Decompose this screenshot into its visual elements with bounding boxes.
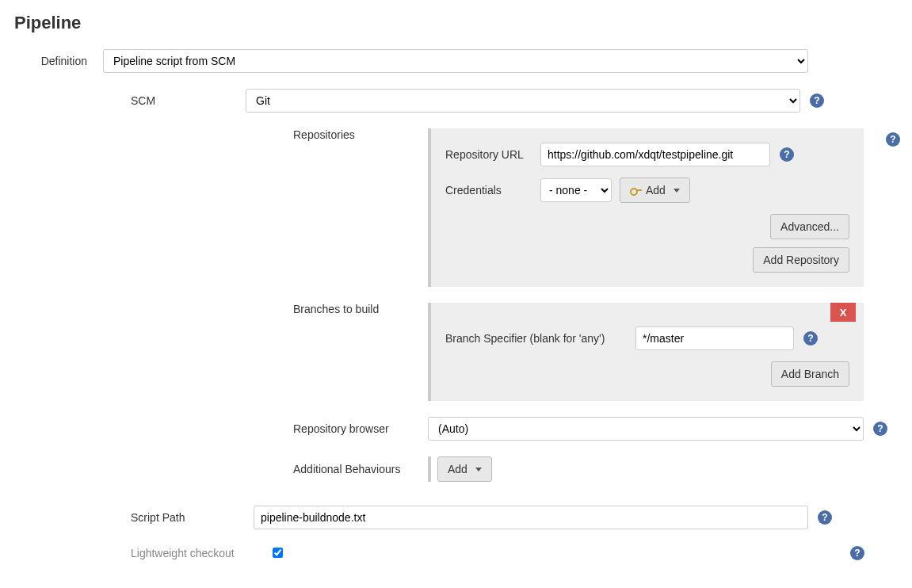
scm-select[interactable]: Git <box>246 89 800 113</box>
add-label: Add <box>448 463 467 475</box>
section-title: Pipeline <box>14 13 912 33</box>
branches-label: Branches to build <box>0 303 428 315</box>
repo-url-input[interactable] <box>540 143 770 166</box>
help-icon[interactable]: ? <box>803 331 818 346</box>
branches-block: X Branch Specifier (blank for 'any') ? A… <box>428 303 864 401</box>
lightweight-checkbox[interactable] <box>273 548 283 558</box>
script-path-row: Script Path ? <box>0 506 912 529</box>
scm-row: SCM Git ? <box>0 89 912 113</box>
key-icon <box>630 186 641 194</box>
repo-browser-select[interactable]: (Auto) <box>428 417 864 441</box>
help-icon[interactable]: ? <box>818 510 832 525</box>
definition-row: Definition Pipeline script from SCM <box>0 49 912 73</box>
script-path-label: Script Path <box>0 511 254 524</box>
branch-specifier-input[interactable] <box>635 326 794 350</box>
repo-browser-row: Repository browser (Auto) ? <box>0 417 912 441</box>
script-path-input[interactable] <box>254 506 808 529</box>
repo-url-row: Repository URL ? <box>445 143 849 166</box>
additional-behaviours-label: Additional Behaviours <box>0 463 428 475</box>
advanced-button[interactable]: Advanced... <box>770 214 849 239</box>
add-repository-button[interactable]: Add Repository <box>753 247 849 273</box>
repo-url-label: Repository URL <box>445 148 540 161</box>
help-icon[interactable]: ? <box>886 132 900 147</box>
credentials-select[interactable]: - none - <box>540 178 612 202</box>
branch-spec-row: Branch Specifier (blank for 'any') ? <box>445 326 849 350</box>
credentials-row: Credentials - none - Add <box>445 178 849 203</box>
add-behaviour-button[interactable]: Add <box>437 456 492 482</box>
branches-row: Branches to build X Branch Specifier (bl… <box>0 303 912 401</box>
help-icon[interactable]: ? <box>873 422 887 436</box>
additional-behaviours-row: Additional Behaviours Add <box>0 456 912 482</box>
help-icon[interactable]: ? <box>850 546 864 560</box>
chevron-down-icon <box>475 468 482 472</box>
delete-branch-button[interactable]: X <box>830 303 856 322</box>
add-branch-row: Add Branch <box>445 361 849 387</box>
credentials-label: Credentials <box>445 184 540 197</box>
chevron-down-icon <box>674 189 680 193</box>
repo-browser-label: Repository browser <box>0 422 428 435</box>
add-label: Add <box>646 184 666 197</box>
help-icon[interactable]: ? <box>780 147 794 162</box>
help-icon[interactable]: ? <box>810 94 824 108</box>
definition-label: Definition <box>0 55 103 67</box>
branch-specifier-label: Branch Specifier (blank for 'any') <box>445 332 635 345</box>
repositories-row: Repositories Repository URL ? Credential… <box>0 128 912 287</box>
add-credentials-button[interactable]: Add <box>620 178 690 203</box>
lightweight-label: Lightweight checkout <box>131 547 269 559</box>
add-repo-row: Add Repository <box>445 247 849 273</box>
repositories-label: Repositories <box>0 128 428 141</box>
repositories-block: Repository URL ? Credentials - none - Ad… <box>428 128 864 287</box>
advanced-row: Advanced... <box>445 214 849 239</box>
add-branch-button[interactable]: Add Branch <box>771 361 849 387</box>
scm-label: SCM <box>0 94 246 107</box>
lightweight-row: Lightweight checkout ? <box>0 545 912 560</box>
definition-select[interactable]: Pipeline script from SCM <box>103 49 808 73</box>
